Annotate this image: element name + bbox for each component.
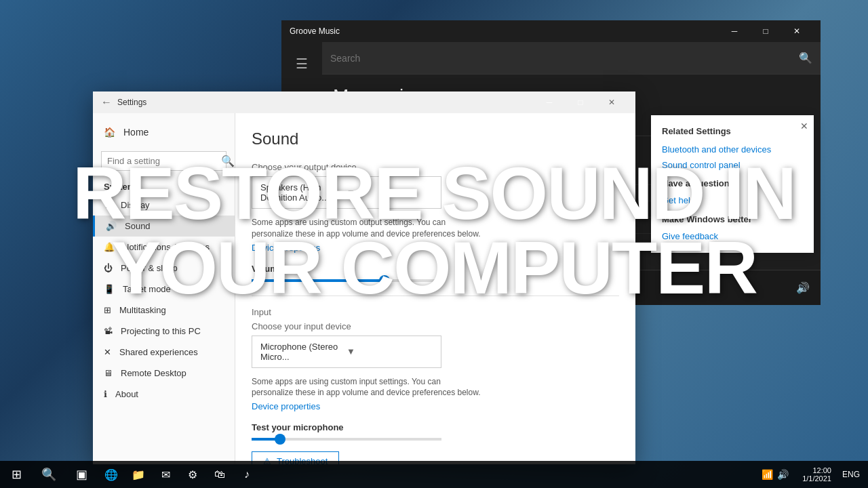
volume-slider-thumb[interactable] bbox=[379, 275, 390, 286]
settings-close-button[interactable]: ✕ bbox=[596, 92, 627, 113]
input-dropdown-arrow-icon: ▼ bbox=[347, 346, 433, 357]
output-device-dropdown[interactable]: Speakers (High Definition Audio... ▼ bbox=[252, 176, 441, 209]
settings-search-input[interactable] bbox=[107, 156, 221, 166]
divider bbox=[252, 296, 619, 296]
power-label: Power & sleep bbox=[121, 263, 178, 273]
taskbar-explorer-icon[interactable]: 📁 bbox=[125, 461, 152, 488]
settings-body: 🏠 Home 🔍 System 🖥 Display 🔊 Sound 🔔 Noti… bbox=[93, 113, 635, 464]
groove-close-button[interactable]: ✕ bbox=[781, 20, 812, 42]
notifications-label: Notifications & actions bbox=[123, 242, 210, 252]
volume-icon[interactable]: 🔊 bbox=[796, 281, 810, 294]
microphone-level-bar bbox=[252, 438, 441, 441]
groove-maximize-button[interactable]: □ bbox=[750, 20, 781, 42]
sidebar-item-display[interactable]: 🖥 Display bbox=[93, 195, 235, 216]
multitask-icon: ⊞ bbox=[104, 305, 111, 315]
give-feedback-link[interactable]: Give feedback bbox=[662, 231, 718, 241]
make-better-label: Make Windows better bbox=[662, 214, 803, 224]
get-help-link[interactable]: Get help bbox=[662, 195, 695, 205]
choose-input-label: Choose your input device bbox=[252, 321, 619, 331]
taskbar-left: ⊞ 🔍 ▣ 🌐 📁 ✉ ⚙ 🛍 ♪ bbox=[0, 461, 260, 488]
make-better-section: Make Windows better Give feedback bbox=[662, 214, 803, 242]
power-icon: ⏻ bbox=[104, 263, 113, 273]
task-view-button[interactable]: ▣ bbox=[65, 461, 98, 488]
settings-window-controls: ─ □ ✕ bbox=[534, 92, 627, 113]
settings-page-title: Sound bbox=[252, 129, 619, 148]
settings-content: Sound Choose your output device Speakers… bbox=[235, 113, 635, 464]
language-indicator[interactable]: ENG bbox=[840, 470, 863, 479]
input-device-text: Microphone (Stereo Micro... bbox=[260, 342, 347, 362]
sidebar-item-power[interactable]: ⏻ Power & sleep bbox=[93, 258, 235, 279]
taskbar-clock[interactable]: 12:00 1/1/2021 bbox=[797, 466, 837, 483]
remote-icon: 🖥 bbox=[104, 368, 113, 378]
settings-maximize-button[interactable]: □ bbox=[565, 92, 596, 113]
sidebar-item-multitasking[interactable]: ⊞ Multitasking bbox=[93, 300, 235, 321]
volume-slider[interactable] bbox=[252, 279, 441, 282]
network-icon[interactable]: 📶 bbox=[762, 469, 773, 480]
settings-search-bar: 🔍 bbox=[101, 151, 226, 171]
sidebar-item-shared[interactable]: ✕ Shared experiences bbox=[93, 342, 235, 363]
sidebar-item-remote[interactable]: 🖥 Remote Desktop bbox=[93, 363, 235, 384]
output-desc-text: Some apps are using custom output settin… bbox=[252, 217, 482, 240]
settings-window: ← Settings ─ □ ✕ 🏠 Home 🔍 System 🖥 Displ… bbox=[93, 92, 635, 464]
shared-icon: ✕ bbox=[104, 347, 111, 357]
volume-label: Volume bbox=[252, 264, 619, 274]
sidebar-item-projecting[interactable]: 📽 Projecting to this PC bbox=[93, 321, 235, 342]
taskbar-edge-icon[interactable]: 🌐 bbox=[98, 461, 125, 488]
taskbar-groove-icon[interactable]: ♪ bbox=[233, 461, 260, 488]
start-button[interactable]: ⊞ bbox=[0, 461, 33, 488]
device-properties-link[interactable]: Device properties bbox=[252, 243, 619, 253]
groove-title: Groove Music bbox=[290, 26, 340, 36]
groove-titlebar: Groove Music ─ □ ✕ bbox=[281, 20, 821, 42]
related-settings-panel: ✕ Related Settings Bluetooth and other d… bbox=[651, 115, 814, 253]
taskbar-settings-icon[interactable]: ⚙ bbox=[179, 461, 206, 488]
groove-hamburger-button[interactable]: ☰ bbox=[285, 47, 318, 80]
device-properties-link2[interactable]: Device properties bbox=[252, 401, 619, 411]
test-mic-label: Test your microphone bbox=[252, 422, 619, 432]
dropdown-arrow-icon: ▼ bbox=[347, 188, 433, 198]
sidebar-item-tablet[interactable]: 📱 Tablet mode bbox=[93, 279, 235, 300]
groove-search-bar: 🔍 bbox=[322, 42, 821, 75]
groove-minimize-button[interactable]: ─ bbox=[719, 20, 750, 42]
about-label: About bbox=[115, 389, 138, 399]
display-icon: 🖥 bbox=[104, 200, 113, 210]
notifications-icon: 🔔 bbox=[104, 242, 115, 252]
sound-control-panel-link[interactable]: Sound control panel bbox=[662, 160, 803, 170]
cortana-button[interactable]: 🔍 bbox=[33, 461, 65, 488]
taskbar: ⊞ 🔍 ▣ 🌐 📁 ✉ ⚙ 🛍 ♪ 📶 🔊 12:00 1/1/2021 ENG bbox=[0, 461, 868, 488]
shared-label: Shared experiences bbox=[119, 347, 198, 357]
groove-search-icon[interactable]: 🔍 bbox=[799, 52, 812, 64]
about-icon: ℹ bbox=[104, 389, 107, 399]
project-icon: 📽 bbox=[104, 326, 113, 336]
input-device-dropdown[interactable]: Microphone (Stereo Micro... ▼ bbox=[252, 336, 441, 368]
groove-window-controls: ─ □ ✕ bbox=[719, 20, 812, 42]
output-device-text: Speakers (High Definition Audio... bbox=[260, 182, 347, 203]
sidebar-item-about[interactable]: ℹ About bbox=[93, 384, 235, 405]
remote-label: Remote Desktop bbox=[121, 368, 186, 378]
project-label: Projecting to this PC bbox=[121, 326, 201, 336]
settings-minimize-button[interactable]: ─ bbox=[534, 92, 565, 113]
settings-home-item[interactable]: 🏠 Home bbox=[93, 119, 235, 146]
system-tray: 📶 🔊 bbox=[756, 461, 794, 488]
taskbar-store-icon[interactable]: 🛍 bbox=[206, 461, 233, 488]
settings-titlebar: ← Settings ─ □ ✕ bbox=[93, 92, 635, 113]
sound-icon: 🔊 bbox=[106, 221, 117, 231]
sound-label: Sound bbox=[125, 221, 151, 231]
sidebar-item-notifications[interactable]: 🔔 Notifications & actions bbox=[93, 237, 235, 258]
sidebar-item-sound[interactable]: 🔊 Sound bbox=[93, 216, 235, 237]
output-section-label: Choose your output device bbox=[252, 162, 619, 172]
settings-search-icon[interactable]: 🔍 bbox=[221, 155, 235, 167]
taskbar-mail-icon[interactable]: ✉ bbox=[152, 461, 179, 488]
bluetooth-link[interactable]: Bluetooth and other devices bbox=[662, 144, 803, 155]
settings-back-button[interactable]: ← bbox=[101, 96, 112, 108]
clock-time: 12:00 bbox=[812, 466, 831, 474]
input-desc-text: Some apps are using custom input setting… bbox=[252, 376, 482, 399]
multitask-label: Multitasking bbox=[119, 305, 166, 315]
settings-title: Settings bbox=[117, 98, 146, 107]
tablet-label: Tablet mode bbox=[123, 284, 171, 294]
display-label: Display bbox=[121, 200, 150, 210]
related-settings-close-button[interactable]: ✕ bbox=[800, 121, 808, 131]
have-question-section: Have a question? Get help bbox=[662, 178, 803, 206]
volume-tray-icon[interactable]: 🔊 bbox=[777, 469, 789, 480]
related-settings-title: Related Settings bbox=[662, 126, 803, 136]
groove-search-input[interactable] bbox=[330, 53, 793, 64]
